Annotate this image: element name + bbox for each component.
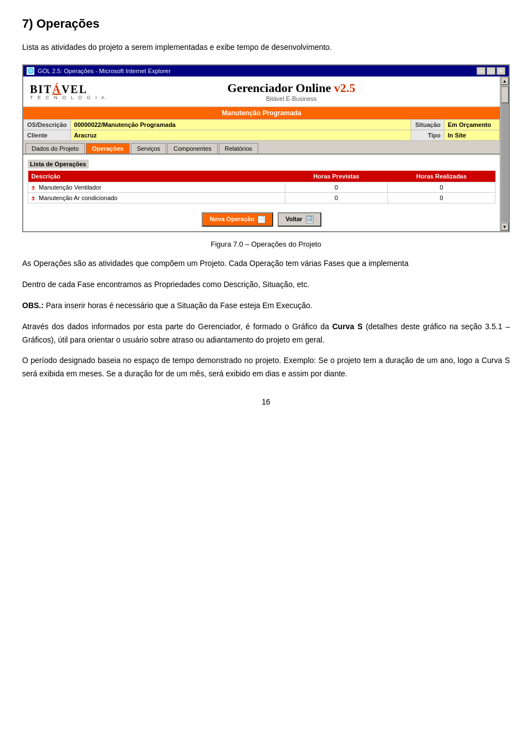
brand-version: v2.5 — [331, 81, 355, 95]
operations-table: Descrição Horas Previstas Horas Realizad… — [28, 171, 495, 203]
intro-text: Lista as atividades do projeto a serem i… — [22, 41, 510, 53]
browser-main: BITÁVEL T E C N O L O G I A Gerenciador … — [23, 76, 500, 231]
table-row[interactable]: ± Manutenção Ventilador 0 0 — [28, 182, 495, 193]
op-name-1: Manutenção Ventilador — [39, 184, 101, 191]
browser-controls[interactable]: ─ □ ✕ — [477, 67, 505, 75]
paragraph-5: O período designado baseia no espaço de … — [22, 354, 510, 381]
col-descricao: Descrição — [28, 171, 285, 182]
paragraph-4: Através dos dados informados por esta pa… — [22, 320, 510, 347]
op-horas-prev-1: 0 — [285, 182, 387, 193]
obs-label: OBS.: — [22, 301, 44, 310]
section-title: 7) Operações — [22, 17, 510, 31]
op-name-2: Manutenção Ar condicionado — [39, 195, 117, 201]
p2-text: Dentro de cada Fase encontramos as Propr… — [22, 280, 309, 289]
maximize-button[interactable]: □ — [487, 67, 495, 75]
manutencao-bar: Manutenção Programada — [23, 107, 500, 119]
page-number: 16 — [22, 397, 510, 406]
brand-subtitle: Bitável E-Business — [227, 95, 355, 102]
p3-text: Para inserir horas é necessário que a Si… — [46, 301, 313, 310]
cliente-label: Cliente — [24, 130, 71, 141]
expand-icon-2[interactable]: ± — [32, 195, 35, 201]
browser-window: 🌐 GOL 2.5: Operações - Microsoft Interne… — [22, 64, 510, 232]
tipo-label: Tipo — [411, 130, 444, 141]
op-horas-real-1: 0 — [388, 182, 495, 193]
situacao-value: Em Orçamento — [444, 120, 500, 130]
nova-operacao-button[interactable]: Nova Operação 📄 — [202, 212, 273, 227]
cliente-value: Aracruz — [70, 130, 411, 141]
col-horas-realizadas: Horas Realizadas — [388, 171, 495, 182]
tab-servicos[interactable]: Serviços — [131, 143, 166, 154]
op-descricao-2: ± Manutenção Ar condicionado — [28, 193, 285, 203]
voltar-icon: 🔙 — [306, 216, 314, 223]
scroll-up-button[interactable]: ▲ — [501, 77, 509, 85]
info-table: OS/Descrição 00000022/Manutenção Program… — [23, 119, 500, 141]
browser-titlebar: 🌐 GOL 2.5: Operações - Microsoft Interne… — [23, 65, 509, 76]
operations-section: Lista de Operações Descrição Horas Previ… — [23, 155, 500, 208]
p1-text: As Operações são as atividades que compõ… — [22, 259, 408, 268]
browser-inner: BITÁVEL T E C N O L O G I A Gerenciador … — [23, 76, 509, 231]
os-value: 00000022/Manutenção Programada — [70, 120, 411, 130]
minimize-button[interactable]: ─ — [477, 67, 485, 75]
figure-caption: Figura 7.0 – Operações do Projeto — [22, 240, 510, 248]
tab-operacoes[interactable]: Operações — [86, 143, 130, 154]
nav-tabs[interactable]: Dados do Projeto Operações Serviços Comp… — [23, 141, 500, 155]
logo-text: BITÁVEL — [30, 83, 88, 96]
scroll-track[interactable] — [501, 85, 509, 222]
logo-vel: VEL — [62, 83, 88, 95]
os-label: OS/Descrição — [24, 120, 71, 130]
paragraph-1: As Operações são as atividades que compõ… — [22, 257, 510, 270]
scroll-down-button[interactable]: ▼ — [501, 223, 509, 231]
nova-operacao-label: Nova Operação — [209, 216, 254, 222]
tab-componentes[interactable]: Componentes — [167, 143, 218, 154]
logo-bit: BIT — [30, 83, 52, 95]
scroll-thumb[interactable] — [501, 86, 509, 103]
logo-a-letter: Á — [52, 83, 61, 95]
tipo-value: In Site — [444, 130, 500, 141]
brand-name: Gerenciador Online — [227, 81, 331, 95]
brand-title: Gerenciador Online v2.5 — [227, 81, 355, 95]
paragraph-obs: OBS.: Para inserir horas é necessário qu… — [22, 299, 510, 313]
logo-area: BITÁVEL T E C N O L O G I A — [30, 83, 106, 100]
close-button[interactable]: ✕ — [497, 67, 505, 75]
table-row[interactable]: ± Manutenção Ar condicionado 0 0 — [28, 193, 495, 203]
browser-icon: 🌐 — [27, 67, 34, 75]
nova-operacao-icon: 📄 — [258, 216, 265, 223]
voltar-label: Voltar — [285, 216, 302, 222]
op-descricao-1: ± Manutenção Ventilador — [28, 182, 285, 193]
op-horas-prev-2: 0 — [285, 193, 387, 203]
brand-header: Gerenciador Online v2.5 Bitável E-Busine… — [227, 81, 355, 102]
situacao-label: Situação — [411, 120, 444, 130]
op-horas-real-2: 0 — [388, 193, 495, 203]
voltar-button[interactable]: Voltar 🔙 — [278, 212, 321, 227]
col-horas-previstas: Horas Previstas — [285, 171, 387, 182]
tab-relatorios[interactable]: Relatórios — [219, 143, 259, 154]
paragraph-2: Dentro de cada Fase encontramos as Propr… — [22, 278, 510, 292]
expand-icon-1[interactable]: ± — [32, 184, 35, 191]
p4-text: Através dos dados informados por esta pa… — [22, 322, 510, 344]
button-row: Nova Operação 📄 Voltar 🔙 — [23, 208, 500, 231]
operations-label: Lista de Operações — [28, 160, 89, 168]
browser-title-text: GOL 2.5: Operações - Microsoft Internet … — [38, 68, 171, 74]
p5-text: O período designado baseia no espaço de … — [22, 356, 510, 378]
scrollbar-vertical[interactable]: ▲ ▼ — [500, 76, 509, 231]
app-header: BITÁVEL T E C N O L O G I A Gerenciador … — [23, 76, 500, 107]
browser-title-area: 🌐 GOL 2.5: Operações - Microsoft Interne… — [27, 67, 171, 75]
tab-dados-projeto[interactable]: Dados do Projeto — [25, 143, 85, 154]
logo-subtitle: T E C N O L O G I A — [30, 95, 106, 100]
